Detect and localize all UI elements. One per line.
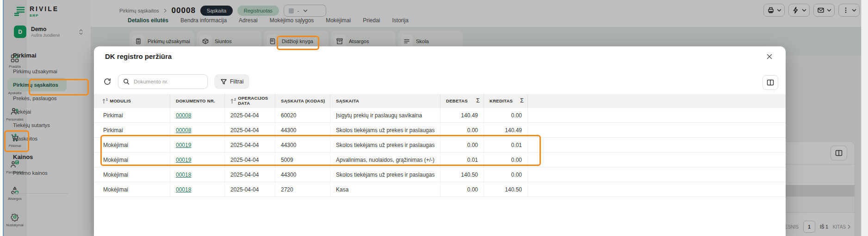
column-header[interactable]: 2 OPERACIJOS DATA — [225, 94, 275, 108]
cell-operacijos-data: 2025-04-04 — [225, 123, 275, 137]
document-link[interactable]: 00019 — [176, 157, 191, 163]
cell-saskaita: Skolos tiekėjams už prekes ir paslaugas — [330, 167, 440, 182]
funnel-icon — [220, 78, 227, 85]
cell-operacijos-data: 2025-04-04 — [225, 167, 275, 182]
cell-kreditas: 140.49 — [484, 123, 528, 137]
columns-icon[interactable] — [763, 75, 778, 90]
cell-saskaita: Skolos tiekėjams už prekes ir paslaugas — [330, 138, 440, 152]
refresh-icon[interactable] — [103, 77, 112, 86]
cell-modulis: Pirkimai — [94, 123, 170, 137]
sum-icon[interactable]: Σ — [520, 98, 524, 104]
cell-saskaita-kodas: 2720 — [275, 182, 330, 197]
cell-saskaita: Apvalinimas, nuolaidos, grąžinimas (+/-) — [330, 153, 440, 167]
column-header-label: MODULIS — [110, 99, 131, 104]
table-row: Mokėjimai 00019 2025-04-04 5009 Apvalini… — [94, 153, 786, 167]
column-header-label: OPERACIJOS DATA — [238, 96, 271, 106]
cell-kreditas: 0.00 — [484, 153, 528, 167]
cell-operacijos-data: 2025-04-04 — [225, 138, 275, 152]
column-header-label: SĄSKAITA (KODAS) — [281, 99, 325, 104]
table-row: Pirkimai 00008 2025-04-04 44300 Skolos t… — [94, 123, 786, 138]
column-header-label: KREDITAS — [490, 99, 513, 104]
modal-title: DK registro peržiūra — [105, 52, 172, 60]
cell-modulis: Mokėjimai — [94, 153, 170, 167]
table-row: Mokėjimai 00019 2025-04-04 44300 Skolos … — [94, 138, 786, 153]
document-link[interactable]: 00008 — [176, 112, 191, 119]
cell-kreditas: 140.50 — [484, 182, 528, 197]
cell-dokumento-nr: 00019 — [170, 138, 225, 152]
cell-filler — [528, 167, 786, 182]
column-header[interactable]: DOKUMENTO NR. — [170, 94, 225, 108]
sort-icon: 1 — [102, 99, 108, 104]
document-link[interactable]: 00019 — [176, 142, 191, 148]
cell-modulis: Pirkimai — [94, 108, 170, 122]
column-header[interactable]: SĄSKAITA — [330, 94, 440, 108]
filter-button-label: Filtrai — [230, 78, 243, 85]
gl-register-table: 1 MODULIS DOKUMENTO NR. 2 OPERACIJOS DAT… — [94, 94, 786, 197]
filter-button[interactable]: Filtrai — [214, 74, 249, 89]
cell-debetas: 0.01 — [440, 153, 484, 167]
column-header-label: DOKUMENTO NR. — [176, 99, 215, 104]
cell-filler — [528, 138, 786, 152]
cell-saskaita-kodas: 5009 — [275, 153, 330, 167]
cell-dokumento-nr: 00008 — [170, 108, 225, 122]
cell-modulis: Mokėjimai — [94, 167, 170, 182]
cell-saskaita-kodas: 60020 — [275, 108, 330, 122]
cell-filler — [528, 108, 786, 122]
cell-debetas: 0.00 — [440, 123, 484, 137]
cell-dokumento-nr: 00008 — [170, 123, 225, 137]
document-link[interactable]: 00018 — [176, 172, 191, 178]
cell-filler — [528, 123, 786, 137]
cell-saskaita-kodas: 44300 — [275, 123, 330, 137]
cell-kreditas: 0.01 — [484, 138, 528, 152]
cell-dokumento-nr: 00018 — [170, 167, 225, 182]
dk-register-modal: DK registro peržiūra Filtrai 1 MODULIS D… — [94, 46, 786, 236]
table-row: Pirkimai 00008 2025-04-04 60020 Įsigytų … — [94, 108, 786, 123]
column-header[interactable]: SĄSKAITA (KODAS) — [275, 94, 330, 108]
cell-debetas: 140.50 — [440, 167, 484, 182]
cell-operacijos-data: 2025-04-04 — [225, 182, 275, 197]
app-window: RIVILE ERP D Demo Aušra Juodienė Pradžia… — [0, 0, 868, 236]
column-header[interactable]: DEBETAS Σ — [440, 94, 484, 108]
cell-kreditas: 0.00 — [484, 167, 528, 182]
table-row: Mokėjimai 00018 2025-04-04 44300 Skolos … — [94, 167, 786, 182]
table-header-row: 1 MODULIS DOKUMENTO NR. 2 OPERACIJOS DAT… — [94, 94, 786, 108]
cell-debetas: 140.49 — [440, 108, 484, 122]
cell-filler — [528, 153, 786, 167]
cell-modulis: Mokėjimai — [94, 138, 170, 152]
sum-icon[interactable]: Σ — [476, 98, 480, 104]
sort-icon: 2 — [230, 99, 236, 104]
cell-saskaita: Skolos tiekėjams už prekes ir paslaugas — [330, 123, 440, 137]
cell-dokumento-nr: 00018 — [170, 182, 225, 197]
table-body: Pirkimai 00008 2025-04-04 60020 Įsigytų … — [94, 108, 786, 197]
cell-saskaita-kodas: 44300 — [275, 138, 330, 152]
document-link[interactable]: 00008 — [176, 127, 191, 134]
window-focus-border — [3, 0, 4, 236]
column-header[interactable]: 1 MODULIS — [94, 94, 170, 108]
cell-debetas: 0.00 — [440, 182, 484, 197]
cell-saskaita: Įsigytų prekių ir paslaugų savikaina — [330, 108, 440, 122]
column-header-label: SĄSKAITA — [336, 99, 359, 104]
cell-operacijos-data: 2025-04-04 — [225, 153, 275, 167]
cell-saskaita: Kasa — [330, 182, 440, 197]
column-header-label: DEBETAS — [446, 99, 468, 104]
table-row: Mokėjimai 00018 2025-04-04 2720 Kasa 0.0… — [94, 182, 786, 197]
cell-dokumento-nr: 00019 — [170, 153, 225, 167]
cell-debetas: 0.00 — [440, 138, 484, 152]
search-input[interactable] — [133, 78, 199, 85]
modal-toolbar: Filtrai — [103, 74, 249, 89]
cell-saskaita-kodas: 44300 — [275, 167, 330, 182]
document-link[interactable]: 00018 — [176, 186, 191, 193]
document-search — [118, 74, 208, 89]
cell-kreditas: 0.00 — [484, 108, 528, 122]
cell-filler — [528, 182, 786, 197]
cell-operacijos-data: 2025-04-04 — [225, 108, 275, 122]
column-header-filler — [528, 94, 786, 108]
cell-modulis: Mokėjimai — [94, 182, 170, 197]
window-scrollbar[interactable] — [861, 0, 868, 236]
column-header[interactable]: KREDITAS Σ — [484, 94, 528, 108]
search-icon — [123, 78, 130, 85]
close-icon[interactable] — [765, 52, 774, 61]
